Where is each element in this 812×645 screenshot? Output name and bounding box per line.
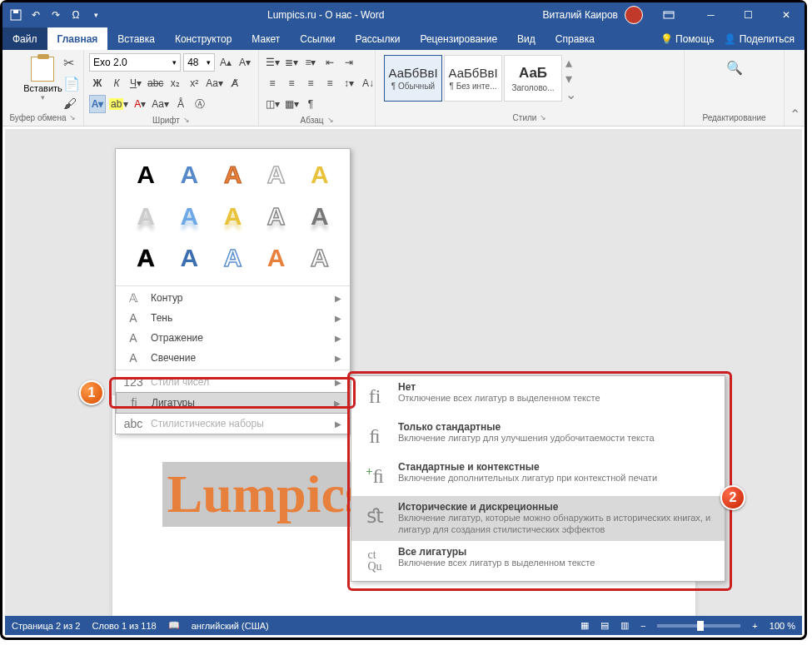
minimize-button[interactable]: ─ bbox=[692, 2, 730, 27]
fx-preset[interactable]: A bbox=[127, 241, 164, 275]
word-count[interactable]: Слово 1 из 118 bbox=[92, 621, 156, 631]
selected-text[interactable]: Lumpics bbox=[162, 462, 371, 527]
line-spacing-button[interactable]: ↕▾ bbox=[341, 74, 357, 92]
tab-mailings[interactable]: Рассылки bbox=[346, 27, 411, 50]
tab-insert[interactable]: Вставка bbox=[107, 27, 165, 50]
user-name[interactable]: Виталий Каиров bbox=[542, 9, 618, 21]
fx-preset[interactable]: A bbox=[127, 199, 164, 234]
style-no-spacing[interactable]: АаБбВвІ¶ Без инте... bbox=[444, 55, 502, 102]
sort-button[interactable]: A↓ bbox=[360, 74, 376, 92]
redo-icon[interactable]: ↷ bbox=[49, 8, 62, 22]
bold-button[interactable]: Ж bbox=[89, 74, 106, 92]
phonetic-button[interactable]: Å bbox=[172, 95, 189, 113]
justify-button[interactable]: ≡ bbox=[321, 74, 338, 92]
styles-dialog-launcher[interactable]: ↘ bbox=[540, 113, 546, 122]
text-effects-button[interactable]: A▾ bbox=[89, 95, 106, 113]
fx-preset[interactable]: A bbox=[214, 241, 251, 275]
decrease-indent-button[interactable]: ⇤ bbox=[321, 53, 338, 72]
tab-view[interactable]: Вид bbox=[507, 27, 545, 50]
ligatures-none[interactable]: fi НетОтключение всех лигатур в выделенн… bbox=[351, 376, 725, 416]
font-size-combo[interactable]: 48▾ bbox=[183, 53, 215, 72]
underline-button[interactable]: Ч▾ bbox=[127, 74, 144, 92]
ligatures-all[interactable]: ctQu Все лигатурыВключение всех лигатур … bbox=[351, 541, 725, 581]
zoom-level[interactable]: 100 % bbox=[770, 621, 795, 631]
paragraph-dialog-launcher[interactable]: ↘ bbox=[327, 116, 334, 125]
character-spacing-button[interactable]: Aa▾ bbox=[151, 95, 170, 113]
borders-button[interactable]: ▦▾ bbox=[283, 95, 300, 113]
align-center-button[interactable]: ≡ bbox=[283, 74, 300, 92]
print-layout-icon[interactable]: ▤ bbox=[600, 620, 609, 631]
style-normal[interactable]: АаБбВвІ¶ Обычный bbox=[384, 55, 442, 102]
font-name-combo[interactable]: Exo 2.0▾ bbox=[89, 53, 181, 72]
format-painter-icon[interactable]: 🖌 bbox=[63, 97, 80, 112]
tab-design[interactable]: Конструктор bbox=[165, 27, 242, 50]
fx-ligatures[interactable]: fiЛигатуры▶ bbox=[116, 392, 350, 414]
styles-scroll-up[interactable]: ▴ bbox=[565, 55, 576, 71]
clipboard-dialog-launcher[interactable]: ↘ bbox=[69, 113, 76, 122]
fx-preset[interactable]: A bbox=[301, 241, 338, 275]
fx-preset[interactable]: A bbox=[171, 199, 207, 234]
font-color-button[interactable]: A▾ bbox=[132, 95, 148, 113]
close-button[interactable]: ✕ bbox=[767, 2, 805, 27]
maximize-button[interactable]: ☐ bbox=[730, 2, 767, 27]
spellcheck-icon[interactable]: 📖 bbox=[168, 620, 180, 631]
cut-icon[interactable]: ✂ bbox=[63, 55, 80, 71]
styles-more[interactable]: ⌄ bbox=[565, 87, 576, 102]
fx-preset[interactable]: A bbox=[301, 199, 338, 234]
change-case-button[interactable]: Aa▾ bbox=[205, 74, 224, 92]
zoom-out-button[interactable]: − bbox=[640, 621, 645, 631]
numbering-button[interactable]: ≣▾ bbox=[283, 53, 300, 72]
highlight-button[interactable]: ab▾ bbox=[108, 95, 129, 113]
tab-help[interactable]: Справка bbox=[545, 27, 605, 50]
tab-references[interactable]: Ссылки bbox=[290, 27, 345, 50]
superscript-button[interactable]: x² bbox=[186, 74, 202, 92]
italic-button[interactable]: К bbox=[108, 74, 125, 92]
page-status[interactable]: Страница 2 из 2 bbox=[12, 621, 80, 631]
align-right-button[interactable]: ≡ bbox=[302, 74, 319, 92]
fx-preset[interactable]: A bbox=[214, 157, 251, 192]
font-dialog-launcher[interactable]: ↘ bbox=[183, 116, 190, 125]
zoom-in-button[interactable]: + bbox=[752, 621, 757, 631]
tab-home[interactable]: Главная bbox=[47, 27, 108, 50]
read-mode-icon[interactable]: ▦ bbox=[580, 620, 589, 631]
show-marks-button[interactable]: ¶ bbox=[302, 95, 319, 113]
avatar[interactable] bbox=[625, 6, 643, 24]
omega-icon[interactable]: Ω bbox=[69, 8, 82, 22]
language-status[interactable]: английский (США) bbox=[192, 621, 269, 631]
tell-me[interactable]: 💡 Помощь bbox=[660, 33, 715, 45]
shading-button[interactable]: ◫▾ bbox=[264, 95, 281, 113]
fx-preset[interactable]: A bbox=[127, 157, 164, 192]
tab-review[interactable]: Рецензирование bbox=[410, 27, 507, 50]
paste-button[interactable]: Вставить ▾ bbox=[23, 53, 62, 102]
ribbon-display-icon[interactable] bbox=[650, 2, 687, 27]
fx-glow[interactable]: AСвечение▶ bbox=[116, 348, 350, 368]
find-button[interactable]: 🔍 bbox=[726, 53, 743, 76]
save-icon[interactable] bbox=[9, 8, 22, 22]
multilevel-button[interactable]: ≡▾ bbox=[302, 53, 319, 72]
grow-font-button[interactable]: A▴ bbox=[217, 53, 234, 72]
fx-preset[interactable]: A bbox=[258, 199, 295, 234]
clear-formatting-button[interactable]: A̸ bbox=[227, 74, 243, 92]
tab-file[interactable]: Файл bbox=[2, 27, 47, 50]
fx-outline[interactable]: 𝔸Контур▶ bbox=[116, 288, 350, 308]
fx-preset[interactable]: A bbox=[301, 157, 338, 192]
fx-shadow[interactable]: AТень▶ bbox=[116, 308, 350, 328]
zoom-slider[interactable] bbox=[657, 624, 740, 628]
share-button[interactable]: 👤 Поделиться bbox=[724, 33, 795, 45]
style-heading1[interactable]: АаБЗаголово... bbox=[504, 55, 562, 102]
tab-layout[interactable]: Макет bbox=[242, 27, 290, 50]
ligatures-historical[interactable]: ﬆ Исторические и дискреционныеВключение … bbox=[351, 496, 725, 541]
fx-preset[interactable]: A bbox=[171, 157, 207, 192]
align-left-button[interactable]: ≡ bbox=[264, 74, 281, 92]
fx-reflection[interactable]: AОтражение▶ bbox=[116, 328, 350, 348]
copy-icon[interactable]: 📄 bbox=[63, 76, 80, 92]
fx-preset[interactable]: A bbox=[258, 157, 295, 192]
strikethrough-button[interactable]: abc bbox=[147, 74, 164, 92]
qat-dropdown-icon[interactable]: ▾ bbox=[89, 8, 102, 22]
web-layout-icon[interactable]: ▥ bbox=[620, 620, 629, 631]
fx-preset[interactable]: A bbox=[258, 241, 295, 275]
undo-icon[interactable]: ↶ bbox=[29, 8, 42, 22]
increase-indent-button[interactable]: ⇥ bbox=[341, 53, 357, 72]
fx-preset[interactable]: A bbox=[171, 241, 207, 275]
ligatures-contextual[interactable]: +ﬁ Стандартные и контекстныеВключение до… bbox=[351, 456, 725, 496]
